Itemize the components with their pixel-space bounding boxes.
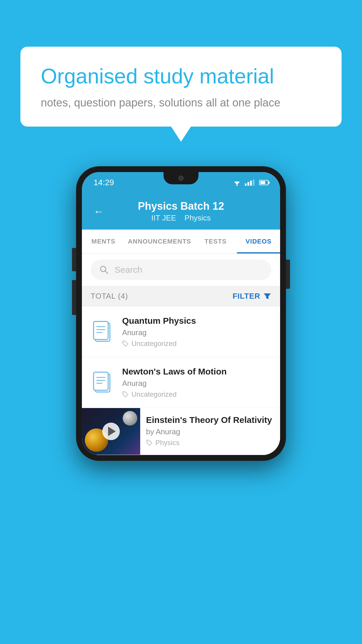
video-info-1: Quantum Physics Anurag Uncategorized <box>122 316 271 348</box>
tab-videos[interactable]: VIDEOS <box>237 230 280 253</box>
video-item-1[interactable]: Quantum Physics Anurag Uncategorized <box>82 307 280 357</box>
filter-bar: TOTAL (4) FILTER <box>82 286 280 307</box>
subtitle-physics: Physics <box>184 214 211 222</box>
video-author-1: Anurag <box>122 328 271 337</box>
search-bar[interactable]: Search <box>91 260 271 280</box>
phone-screen: 14:29 <box>82 172 280 455</box>
signal-bar-1 <box>245 183 247 186</box>
filter-button[interactable]: FILTER <box>233 292 271 301</box>
video-list: Quantum Physics Anurag Uncategorized <box>82 307 280 455</box>
batch-subtitle: IIT JEE Physics <box>113 214 249 223</box>
svg-point-2 <box>236 185 238 186</box>
speech-bubble: Organised study material notes, question… <box>20 47 342 127</box>
svg-rect-13 <box>94 372 108 390</box>
camera-dot <box>178 176 184 181</box>
video-item-3[interactable]: Einstein's Theory Of Relativity by Anura… <box>82 408 280 455</box>
back-button[interactable]: ← <box>94 205 104 218</box>
video-icon-2 <box>91 371 114 394</box>
filter-icon <box>263 292 271 300</box>
total-count: TOTAL (4) <box>91 292 128 301</box>
svg-line-4 <box>105 271 108 274</box>
play-triangle <box>108 427 116 436</box>
wifi-icon <box>233 179 241 186</box>
tag-icon-2 <box>122 391 129 398</box>
play-button-3[interactable] <box>102 423 120 440</box>
planet-small <box>123 411 137 426</box>
batch-title: Physics Batch 12 <box>113 200 249 212</box>
video-title-3: Einstein's Theory Of Relativity <box>146 415 274 425</box>
video-icon-1 <box>91 320 114 344</box>
phone-notch <box>164 172 198 184</box>
phone-device: 14:29 <box>76 166 286 461</box>
phone-wrapper: 14:29 <box>76 166 286 461</box>
tab-tests[interactable]: TESTS <box>194 230 237 253</box>
svg-point-18 <box>148 441 149 442</box>
video-tag-3: Physics <box>146 439 274 447</box>
video-tag-1: Uncategorized <box>122 340 271 348</box>
status-time: 14:29 <box>94 178 114 187</box>
speech-bubble-heading: Organised study material <box>41 64 321 88</box>
svg-point-11 <box>124 342 125 343</box>
document-icon-2 <box>92 371 113 394</box>
signal-bar-2 <box>247 182 249 186</box>
thumb-image-3 <box>82 408 140 455</box>
tag-icon-1 <box>122 340 129 347</box>
video-title-1: Quantum Physics <box>122 316 271 326</box>
status-bar: 14:29 <box>82 172 280 193</box>
tab-announcements[interactable]: ANNOUNCEMENTS <box>125 230 194 253</box>
video-info-2: Newton's Laws of Motion Anurag Uncategor… <box>122 367 271 398</box>
video-author-2: Anurag <box>122 379 271 388</box>
battery-fill <box>260 181 265 184</box>
tabs-bar: MENTS ANNOUNCEMENTS TESTS VIDEOS <box>82 230 280 254</box>
speech-bubble-container: Organised study material notes, question… <box>20 47 342 127</box>
video-tag-2: Uncategorized <box>122 390 271 398</box>
power-button <box>286 260 290 289</box>
battery-icon <box>259 180 268 185</box>
search-placeholder: Search <box>115 265 142 275</box>
app-header: ← Physics Batch 12 IIT JEE Physics <box>82 193 280 230</box>
search-icon <box>99 265 109 274</box>
svg-point-17 <box>124 393 125 394</box>
signal-bar-4 <box>253 179 254 186</box>
thumb-info-3: Einstein's Theory Of Relativity by Anura… <box>140 408 280 454</box>
svg-rect-7 <box>94 321 108 340</box>
status-icons <box>233 179 268 186</box>
signal-bar-3 <box>250 181 252 186</box>
video-title-2: Newton's Laws of Motion <box>122 367 271 377</box>
search-container: Search <box>82 254 280 286</box>
svg-marker-5 <box>264 293 271 299</box>
document-icon-1 <box>92 320 113 344</box>
tab-ments[interactable]: MENTS <box>82 230 125 253</box>
tag-icon-3 <box>146 440 152 446</box>
video-item-2[interactable]: Newton's Laws of Motion Anurag Uncategor… <box>82 357 280 408</box>
volume-button <box>72 280 76 315</box>
header-title-area: Physics Batch 12 IIT JEE Physics <box>113 200 249 223</box>
signal-bars <box>245 179 254 186</box>
video-author-3: by Anurag <box>146 427 274 436</box>
speech-bubble-subtext: notes, question papers, solutions all at… <box>41 97 321 109</box>
subtitle-iitjee: IIT JEE <box>151 214 176 222</box>
